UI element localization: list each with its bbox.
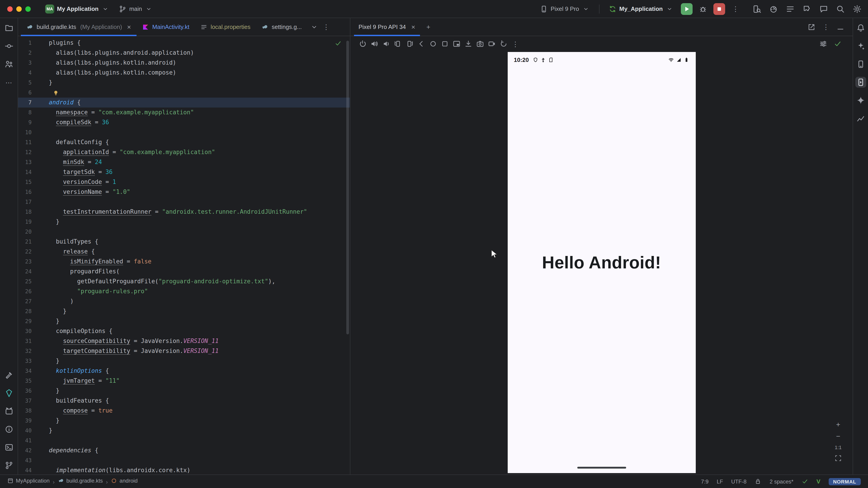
ideavim-icon[interactable]: V bbox=[816, 478, 820, 485]
code-line-36[interactable]: 36 } bbox=[18, 386, 350, 396]
stop-button[interactable] bbox=[713, 3, 725, 15]
code-line-22[interactable]: 22 release { bbox=[18, 247, 350, 257]
device-settings-icon[interactable] bbox=[819, 40, 827, 48]
status-check-icon[interactable] bbox=[335, 40, 342, 47]
plugins-icon[interactable] bbox=[802, 4, 811, 13]
code-line-37[interactable]: 37 buildFeatures { bbox=[18, 396, 350, 406]
debug-button[interactable] bbox=[697, 3, 709, 15]
code-line-25[interactable]: 25 getDefaultProguardFile("proguard-andr… bbox=[18, 276, 350, 287]
insights-icon[interactable] bbox=[3, 388, 14, 398]
app-insights-icon[interactable] bbox=[855, 113, 866, 124]
bulb-icon[interactable] bbox=[53, 89, 59, 96]
power-icon[interactable] bbox=[359, 40, 367, 48]
code-line-44[interactable]: 44 implementation(libs.androidx.core.ktx… bbox=[18, 465, 350, 475]
device-manager-icon[interactable] bbox=[855, 59, 866, 70]
editor-tab-settings.g...[interactable]: settings.g... bbox=[256, 18, 307, 36]
logcat-icon[interactable] bbox=[3, 406, 14, 417]
code-line-39[interactable]: 39 } bbox=[18, 416, 350, 426]
vim-mode-badge[interactable]: NORMAL bbox=[829, 478, 861, 485]
chevron-down-icon[interactable] bbox=[311, 23, 318, 31]
gemini-icon[interactable] bbox=[855, 95, 866, 106]
code-line-11[interactable]: 11 defaultConfig { bbox=[18, 137, 350, 147]
minus-icon[interactable]: − bbox=[835, 433, 842, 440]
code-line-21[interactable]: 21 buildTypes { bbox=[18, 237, 350, 247]
code-line-2[interactable]: 2 alias(libs.plugins.android.application… bbox=[18, 48, 350, 58]
volume-down-icon[interactable] bbox=[382, 40, 390, 48]
screen-record-icon[interactable] bbox=[488, 40, 496, 48]
code-line-27[interactable]: 27 ) bbox=[18, 296, 350, 306]
code-line-28[interactable]: 28 } bbox=[18, 306, 350, 316]
reset-icon[interactable] bbox=[500, 40, 508, 48]
branch-selector[interactable]: main bbox=[116, 3, 156, 15]
gesture-navigation-bar[interactable] bbox=[577, 467, 626, 468]
back-icon[interactable] bbox=[417, 40, 426, 48]
close-tab-icon[interactable]: × bbox=[127, 23, 131, 31]
minimize-window-button[interactable] bbox=[16, 6, 22, 11]
code-line-18[interactable]: 18 testInstrumentationRunner = "androidx… bbox=[18, 207, 350, 217]
code-line-4[interactable]: 4 alias(libs.plugins.kotlin.compose) bbox=[18, 68, 350, 78]
indent-setting[interactable]: 2 spaces* bbox=[770, 478, 794, 485]
close-device-tab-icon[interactable]: × bbox=[411, 23, 415, 31]
code-line-10[interactable]: 10 bbox=[18, 127, 350, 137]
run-configuration-selector[interactable]: My_Application bbox=[606, 3, 676, 15]
device-screen[interactable]: 10:20 Hello Android! bbox=[507, 52, 695, 473]
code-line-23[interactable]: 23 isMinifyEnabled = false bbox=[18, 257, 350, 267]
code-line-12[interactable]: 12 applicationId = "com.example.myapplic… bbox=[18, 147, 350, 157]
install-icon[interactable] bbox=[464, 40, 472, 48]
rotate-left-icon[interactable] bbox=[394, 40, 402, 48]
code-line-38[interactable]: 38 compose = true bbox=[18, 406, 350, 416]
recents-icon[interactable] bbox=[441, 40, 449, 48]
build-icon[interactable] bbox=[3, 369, 14, 381]
screenshot-icon[interactable] bbox=[476, 40, 484, 48]
code-line-33[interactable]: 33 } bbox=[18, 356, 350, 366]
code-line-20[interactable]: 20 bbox=[18, 227, 350, 237]
code-line-29[interactable]: 29 } bbox=[18, 316, 350, 326]
chat-icon[interactable] bbox=[819, 4, 828, 13]
editor-tab-MainActivity.kt[interactable]: MainActivity.kt bbox=[136, 18, 195, 36]
code-line-40[interactable]: 40} bbox=[18, 426, 350, 435]
code-line-7[interactable]: 7android { bbox=[18, 98, 350, 107]
editor-tab-local.properties[interactable]: local.properties bbox=[195, 18, 256, 36]
project-selector[interactable]: MA My Application bbox=[42, 2, 112, 15]
more-tools-icon[interactable]: ⋯ bbox=[3, 77, 14, 88]
close-window-button[interactable] bbox=[7, 6, 13, 11]
code-line-34[interactable]: 34 kotlinOptions { bbox=[18, 366, 350, 376]
lock-icon[interactable] bbox=[755, 478, 762, 485]
code-line-5[interactable]: 5} bbox=[18, 78, 350, 88]
code-line-42[interactable]: 42dependencies { bbox=[18, 446, 350, 455]
more-icon[interactable]: ⋮ bbox=[511, 40, 520, 48]
code-line-9[interactable]: 9 compileSdk = 36 bbox=[18, 118, 350, 127]
open-in-window-icon[interactable] bbox=[807, 23, 815, 31]
more-icon[interactable]: ⋮ bbox=[822, 23, 830, 31]
editor-tab-build.gradle.kts[interactable]: build.gradle.kts(My Application)× bbox=[21, 18, 136, 36]
fit-icon[interactable] bbox=[835, 455, 842, 462]
volume-up-icon[interactable] bbox=[370, 40, 378, 48]
notifications-icon[interactable] bbox=[855, 23, 866, 33]
line-separator[interactable]: LF bbox=[717, 478, 723, 485]
plus-icon[interactable]: + bbox=[424, 23, 432, 31]
code-line-41[interactable]: 41 bbox=[18, 435, 350, 446]
status-check-icon[interactable] bbox=[802, 478, 808, 485]
profiler-icon[interactable] bbox=[769, 4, 778, 13]
code-line-35[interactable]: 35 jvmTarget = "11" bbox=[18, 376, 350, 386]
caret-position[interactable]: 7:9 bbox=[701, 478, 708, 485]
code-line-13[interactable]: 13 minSdk = 24 bbox=[18, 157, 350, 167]
running-devices-icon[interactable] bbox=[855, 77, 866, 88]
plus-icon[interactable]: + bbox=[835, 421, 842, 428]
file-encoding[interactable]: UTF-8 bbox=[731, 478, 747, 485]
breadcrumb-build.gradle.kts[interactable]: build.gradle.kts bbox=[58, 478, 103, 484]
code-line-8[interactable]: 8 namespace = "com.example.myapplication… bbox=[18, 107, 350, 118]
terminal-icon[interactable] bbox=[3, 442, 14, 453]
search-icon[interactable] bbox=[836, 4, 845, 13]
layout-inspector-icon[interactable] bbox=[752, 4, 761, 13]
device-tab[interactable]: Pixel 9 Pro API 34 × bbox=[354, 18, 420, 36]
code-line-6[interactable]: 6 bbox=[18, 88, 350, 98]
device-selector[interactable]: Pixel 9 Pro bbox=[537, 3, 593, 15]
version-control-icon[interactable] bbox=[3, 460, 14, 471]
status-check-icon[interactable] bbox=[834, 40, 842, 48]
rotate-right-icon[interactable] bbox=[405, 40, 414, 48]
code-line-30[interactable]: 30 compileOptions { bbox=[18, 326, 350, 336]
run-button[interactable] bbox=[681, 3, 692, 15]
commit-icon[interactable] bbox=[3, 41, 14, 52]
code-line-17[interactable]: 17 bbox=[18, 197, 350, 207]
